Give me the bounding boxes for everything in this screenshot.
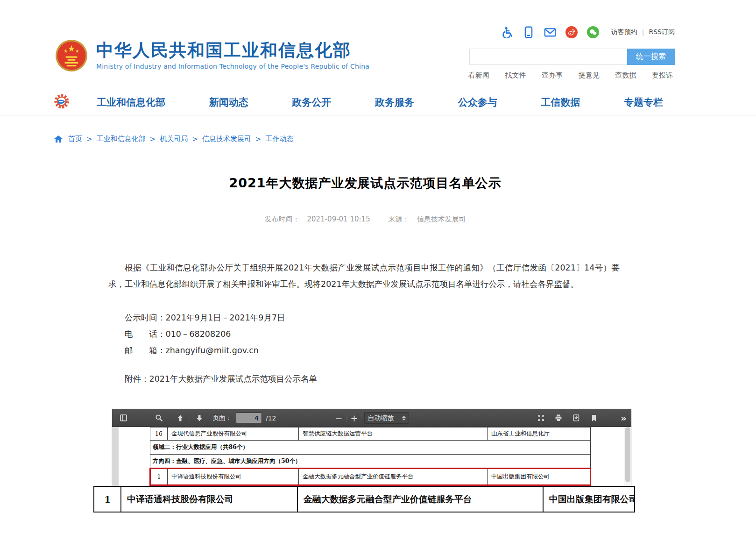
- site-title-cn: 中华人民共和国工业和信息化部: [96, 41, 369, 60]
- toolbar-divider: [190, 414, 190, 422]
- cell-agency: 中国出版集团有限公司: [543, 486, 635, 512]
- article-paragraph: 根据《工业和信息化部办公厅关于组织开展2021年大数据产业发展试点示范项目申报工…: [108, 260, 620, 292]
- page-number-input[interactable]: [236, 413, 262, 423]
- print-icon[interactable]: [553, 413, 564, 424]
- zoom-out-icon[interactable]: −: [335, 413, 343, 423]
- cell-company: 中译语通科技股份有限公司: [168, 469, 299, 485]
- sidebar-toggle-icon[interactable]: [118, 413, 129, 424]
- phone-line: 电 话：010－68208206: [108, 328, 620, 340]
- zoom-in-icon[interactable]: +: [350, 413, 358, 423]
- zoom-mode-value: 自动缩放: [367, 414, 394, 422]
- search-button[interactable]: 统一搜索: [627, 49, 675, 65]
- breadcrumb: 首页 > 工业和信息化部 > 机关司局 > 信息技术发展司 > 工作动态: [54, 135, 293, 143]
- site-title-en: Ministry of Industry and Information Tec…: [96, 63, 369, 70]
- page-title: 2021年大数据产业发展试点示范项目名单公示: [108, 175, 622, 192]
- nav-item-miit[interactable]: 工业和信息化部: [97, 96, 165, 109]
- pdf-toolbar: 页面： /12 − + 自动缩放: [112, 409, 631, 427]
- section-label: 领域二：行业大数据应用（共86个）: [150, 441, 591, 455]
- quick-link-suggestions[interactable]: 提意见: [579, 71, 600, 80]
- nav-item-news[interactable]: 新闻动态: [209, 96, 248, 109]
- cell-no: 16: [150, 427, 168, 441]
- quick-link-files[interactable]: 找文件: [505, 71, 526, 80]
- nav-item-gov-services[interactable]: 政务服务: [375, 96, 414, 109]
- email-line: 邮 箱：zhangyifu@miit.gov.cn: [108, 345, 620, 356]
- cell-company: 金现代信息产业股份有限公司: [168, 427, 299, 441]
- search-icon[interactable]: [153, 413, 164, 424]
- cell-agency: 山东省工业和信息化厅: [488, 427, 591, 441]
- quick-link-data[interactable]: 查数据: [615, 71, 636, 80]
- table-section-row: 领域二：行业大数据应用（共86个）: [150, 441, 591, 455]
- publish-time-label: 发布时间：: [265, 215, 300, 223]
- toolbar-divider: [346, 414, 346, 422]
- page-total: /12: [266, 414, 276, 422]
- scrollbar-thumb[interactable]: [625, 427, 630, 482]
- page-up-icon[interactable]: [175, 413, 186, 424]
- pdf-results-table: 16 金现代信息产业股份有限公司 智慧供应链大数据运营平台 山东省工业和信息化厅…: [149, 427, 591, 486]
- header-utility-bar: 访客预约 | RSS订阅: [501, 26, 675, 38]
- toolbar-divider: [610, 414, 610, 422]
- search-input[interactable]: [469, 49, 627, 65]
- pdf-page-margin: [112, 427, 119, 488]
- breadcrumb-it-dev-dept[interactable]: 信息技术发展司: [202, 135, 251, 143]
- mobile-icon[interactable]: [523, 26, 535, 38]
- weibo-icon[interactable]: [565, 26, 578, 38]
- zoom-mode-select[interactable]: 自动缩放: [364, 412, 409, 424]
- cell-no: 1: [150, 469, 168, 485]
- source-label: 来源：: [388, 215, 409, 223]
- unified-search: 统一搜索: [469, 49, 675, 65]
- bookmark-icon[interactable]: [588, 413, 600, 424]
- home-icon[interactable]: [54, 135, 63, 143]
- cell-no: 1: [94, 486, 121, 512]
- cell-agency: 中国出版集团有限公司: [488, 469, 591, 485]
- site-brand: 中华人民共和国工业和信息化部 Ministry of Industry and …: [55, 39, 369, 72]
- links-separator: |: [642, 28, 644, 36]
- breadcrumb-work-trends[interactable]: 工作动态: [265, 135, 293, 143]
- pdf-viewer: 页面： /12 − + 自动缩放: [112, 409, 631, 489]
- breadcrumb-miit[interactable]: 工业和信息化部: [97, 135, 146, 143]
- search-quick-links: 看新闻 找文件 查办事 提意见 查数据 要投诉: [468, 71, 673, 80]
- publicity-period-line: 公示时间：2021年9月1日－2021年9月7日: [108, 312, 620, 323]
- quick-link-services[interactable]: 查办事: [542, 71, 563, 80]
- rss-subscribe-link[interactable]: RSS订阅: [649, 28, 675, 36]
- page-down-icon[interactable]: [194, 413, 205, 424]
- nav-item-public-participation[interactable]: 公众参与: [458, 96, 497, 109]
- breadcrumb-separator: >: [86, 135, 92, 143]
- nav-item-miit-data[interactable]: 工信数据: [541, 96, 580, 109]
- title-divider: [109, 203, 621, 203]
- miit-gear-logo: [53, 93, 70, 110]
- source-value: 信息技术发展司: [417, 215, 466, 223]
- national-emblem-logo: [55, 39, 88, 72]
- select-carets-icon: [402, 416, 406, 420]
- nav-item-gov-disclosure[interactable]: 政务公开: [292, 96, 331, 109]
- table-row: 16 金现代信息产业股份有限公司 智慧供应链大数据运营平台 山东省工业和信息化厅: [150, 427, 591, 441]
- cell-project: 智慧供应链大数据运营平台: [299, 427, 488, 441]
- breadcrumb-separator: >: [192, 135, 198, 143]
- breadcrumb-departments[interactable]: 机关司局: [160, 135, 188, 143]
- article-meta: 发布时间：2021-09-01 10:15 来源：信息技术发展司: [108, 215, 622, 224]
- magnified-row-callout: 1 中译语通科技股份有限公司 金融大数据多元融合型产业价值链服务平台 中国出版集…: [93, 486, 635, 513]
- nav-item-special-topics[interactable]: 专题专栏: [624, 96, 663, 109]
- visitor-appointment-link[interactable]: 访客预约: [611, 28, 637, 36]
- attachment-line: 附件：2021年大数据产业发展试点示范项目公示名单: [108, 373, 620, 384]
- pdf-page-area: 16 金现代信息产业股份有限公司 智慧供应链大数据运营平台 山东省工业和信息化厅…: [112, 427, 631, 488]
- magnified-table-row: 1 中译语通科技股份有限公司 金融大数据多元融合型产业价值链服务平台 中国出版集…: [94, 486, 635, 512]
- quick-link-news[interactable]: 看新闻: [468, 71, 489, 80]
- email-icon[interactable]: [544, 26, 556, 38]
- pdf-scrollbar[interactable]: [624, 427, 631, 488]
- more-tools-icon[interactable]: »: [621, 413, 627, 423]
- cell-company: 中译语通科技股份有限公司: [121, 486, 297, 512]
- presentation-mode-icon[interactable]: [535, 413, 546, 424]
- highlighted-table-row: 1 中译语通科技股份有限公司 金融大数据多元融合型产业价值链服务平台 中国出版集…: [150, 469, 591, 485]
- breadcrumb-separator: >: [150, 135, 156, 143]
- page-label: 页面：: [212, 414, 232, 422]
- breadcrumb-separator: >: [255, 135, 261, 143]
- cell-project: 金融大数据多元融合型产业价值链服务平台: [297, 486, 543, 512]
- cell-project: 金融大数据多元融合型产业价值链服务平台: [299, 469, 488, 485]
- publish-time-value: 2021-09-01 10:15: [307, 215, 370, 223]
- wechat-icon[interactable]: [587, 26, 599, 38]
- accessibility-icon[interactable]: [501, 26, 513, 38]
- main-navigation: 工业和信息化部 新闻动态 政务公开 政务服务 公众参与 工信数据 专题专栏: [0, 89, 756, 116]
- download-icon[interactable]: [571, 413, 582, 424]
- breadcrumb-home[interactable]: 首页: [68, 135, 82, 143]
- quick-link-complaints[interactable]: 要投诉: [652, 71, 673, 80]
